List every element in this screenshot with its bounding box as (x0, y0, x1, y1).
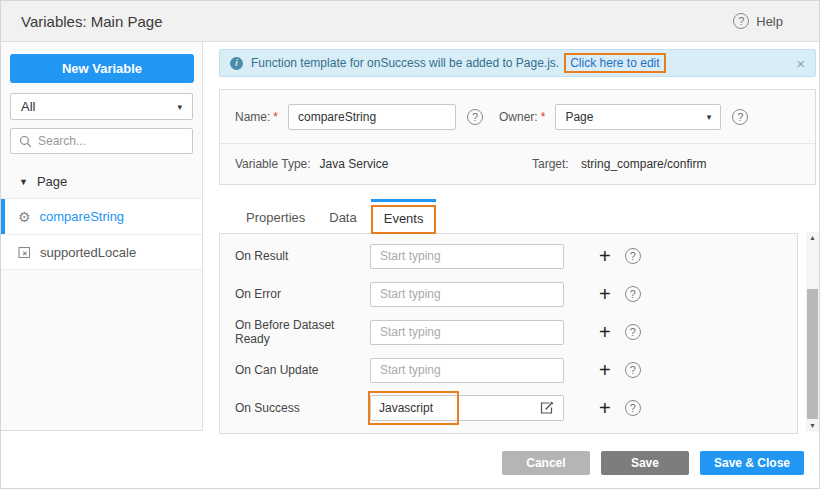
variable-form: Name: * ? Owner: * Page ▾ ? Variable Typ… (219, 89, 816, 185)
required-marker: * (541, 110, 546, 124)
tab-data[interactable]: Data (317, 203, 368, 233)
on-can-update-input[interactable] (370, 358, 564, 383)
model-variable-icon (18, 246, 31, 259)
events-scrollbar[interactable]: ▲ ▼ (806, 232, 819, 431)
event-help-icon[interactable]: ? (625, 286, 641, 302)
name-field[interactable] (288, 104, 456, 130)
variable-detail-panel: i Function template for onSuccess will b… (219, 49, 816, 434)
help-label: Help (756, 14, 783, 29)
scroll-down-icon[interactable]: ▼ (809, 420, 816, 431)
save-and-close-button[interactable]: Save & Close (700, 451, 804, 475)
add-action-icon[interactable]: + (599, 398, 611, 418)
tree-group-label: Page (37, 174, 67, 189)
click-here-to-edit-link[interactable]: Click here to edit (564, 53, 665, 73)
sidebar-item-supportedlocale[interactable]: supportedLocale (1, 234, 202, 270)
target-value: string_compare/confirm (581, 157, 706, 171)
required-marker: * (273, 110, 278, 124)
on-error-input[interactable] (370, 282, 564, 307)
on-success-input[interactable]: Javascript (370, 395, 564, 421)
event-row-on-before-dataset-ready: On Before Dataset Ready + ? (220, 313, 797, 351)
sidebar-item-comparestring[interactable]: ⚙ compareString (1, 198, 202, 234)
add-action-icon[interactable]: + (599, 246, 611, 266)
target-label: Target: (532, 157, 569, 171)
event-label: On Result (235, 249, 370, 263)
on-success-value: Javascript (379, 401, 433, 415)
add-action-icon[interactable]: + (599, 284, 611, 304)
scroll-up-icon[interactable]: ▲ (809, 232, 816, 243)
add-action-icon[interactable]: + (599, 360, 611, 380)
name-label: Name: (235, 110, 270, 124)
tab-events[interactable]: Events (371, 205, 437, 234)
info-banner: i Function template for onSuccess will b… (219, 49, 816, 77)
event-row-on-error: On Error + ? (220, 275, 797, 313)
event-label: On Error (235, 287, 370, 301)
search-box (10, 128, 193, 154)
scrollbar-thumb[interactable] (807, 289, 818, 419)
event-help-icon[interactable]: ? (625, 400, 641, 416)
filter-selected-value: All (21, 99, 35, 114)
scrollbar-track[interactable] (806, 243, 819, 420)
chevron-down-icon: ▾ (707, 112, 712, 122)
add-action-icon[interactable]: + (599, 322, 611, 342)
new-variable-button[interactable]: New Variable (10, 54, 194, 83)
banner-message: Function template for onSuccess will be … (251, 56, 559, 70)
event-help-icon[interactable]: ? (625, 248, 641, 264)
java-service-gear-icon: ⚙ (18, 210, 31, 224)
edit-script-icon[interactable] (539, 400, 555, 416)
search-icon (19, 135, 32, 148)
type-target-row: Variable Type: Java Service Target: stri… (220, 143, 815, 184)
search-input[interactable] (38, 134, 184, 148)
event-label: On Before Dataset Ready (235, 318, 370, 346)
variable-type-label: Variable Type: (235, 157, 311, 171)
cancel-button[interactable]: Cancel (502, 451, 590, 475)
tree-item-label: supportedLocale (40, 245, 136, 260)
tree-group-page[interactable]: ▼ Page (1, 166, 202, 198)
events-panel: On Result + ? On Error + ? On Before Dat… (219, 233, 798, 434)
page-title: Variables: Main Page (21, 13, 162, 30)
tree-expand-icon[interactable]: ▼ (19, 177, 28, 187)
owner-help-icon[interactable]: ? (732, 109, 748, 125)
variable-type-group: Variable Type: Java Service (235, 157, 532, 171)
event-help-icon[interactable]: ? (625, 362, 641, 378)
variables-sidebar: New Variable All ▾ ▼ Page ⚙ compareStrin… (1, 42, 203, 431)
variable-filter-select[interactable]: All ▾ (10, 93, 193, 120)
on-result-input[interactable] (370, 244, 564, 269)
name-owner-row: Name: * ? Owner: * Page ▾ ? (220, 90, 815, 143)
tree-item-label: compareString (40, 209, 125, 224)
help-button[interactable]: ? Help (733, 13, 783, 29)
target-group: Target: string_compare/confirm (532, 157, 706, 171)
event-help-icon[interactable]: ? (625, 324, 641, 340)
event-label: On Can Update (235, 363, 370, 377)
event-label: On Success (235, 401, 370, 415)
variables-dialog: Variables: Main Page ? Help New Variable… (0, 0, 820, 489)
close-icon[interactable]: × (796, 55, 805, 72)
owner-select[interactable]: Page ▾ (555, 104, 721, 130)
owner-selected-value: Page (565, 110, 593, 124)
on-before-dataset-ready-input[interactable] (370, 320, 564, 345)
help-icon: ? (733, 13, 749, 29)
event-row-on-success: On Success Javascript + ? (220, 389, 797, 427)
owner-label: Owner: (499, 110, 538, 124)
dialog-footer: Cancel Save Save & Close (502, 451, 804, 475)
detail-tabs: Properties Data Events (219, 201, 816, 233)
dialog-header: Variables: Main Page ? Help (1, 1, 819, 42)
tab-properties[interactable]: Properties (234, 203, 317, 233)
event-row-on-can-update: On Can Update + ? (220, 351, 797, 389)
info-icon: i (230, 57, 243, 70)
name-help-icon[interactable]: ? (467, 109, 483, 125)
variable-type-value: Java Service (320, 157, 389, 171)
save-button[interactable]: Save (601, 451, 689, 475)
event-row-on-result: On Result + ? (220, 237, 797, 275)
chevron-down-icon: ▾ (177, 102, 182, 112)
